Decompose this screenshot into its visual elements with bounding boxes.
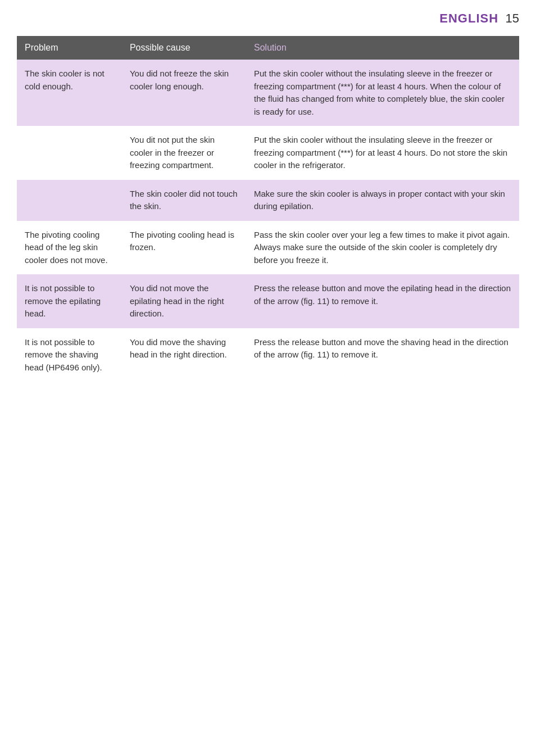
col-cause: Possible cause <box>122 36 246 60</box>
language-label: ENGLISH <box>439 11 498 25</box>
cell-cause: You dit not put the skin cooler in the f… <box>122 126 246 180</box>
table-row: The pivoting cooling head of the leg ski… <box>17 221 519 275</box>
table-row: The skin cooler is not cold enough.You d… <box>17 60 519 126</box>
table-row: The skin cooler did not touch the skin.M… <box>17 180 519 221</box>
cell-cause: You did move the shaving head in the rig… <box>122 328 246 382</box>
cell-problem: It is not possible to remove the epilati… <box>17 274 122 328</box>
cell-cause: You did not move the epilating head in t… <box>122 274 246 328</box>
troubleshooting-table: Problem Possible cause Solution The skin… <box>17 36 519 382</box>
cell-solution: Press the release button and move the ep… <box>246 274 519 328</box>
page-header: ENGLISH 15 <box>17 11 519 26</box>
col-solution: Solution <box>246 36 519 60</box>
cell-solution: Press the release button and move the sh… <box>246 328 519 382</box>
col-problem: Problem <box>17 36 122 60</box>
table-row: It is not possible to remove the epilati… <box>17 274 519 328</box>
cell-solution: Pass the skin cooler over your leg a few… <box>246 221 519 275</box>
cell-problem: It is not possible to remove the shaving… <box>17 328 122 382</box>
cell-cause: The skin cooler did not touch the skin. <box>122 180 246 221</box>
cell-cause: You did not freeze the skin cooler long … <box>122 60 246 126</box>
page-number: 15 <box>506 11 519 25</box>
table-row: You dit not put the skin cooler in the f… <box>17 126 519 180</box>
table-header-row: Problem Possible cause Solution <box>17 36 519 60</box>
cell-problem: The pivoting cooling head of the leg ski… <box>17 221 122 275</box>
cell-solution: Put the skin cooler without the insulati… <box>246 126 519 180</box>
table-row: It is not possible to remove the shaving… <box>17 328 519 382</box>
cell-problem <box>17 126 122 180</box>
cell-cause: The pivoting cooling head is frozen. <box>122 221 246 275</box>
cell-solution: Put the skin cooler without the insulati… <box>246 60 519 126</box>
cell-problem: The skin cooler is not cold enough. <box>17 60 122 126</box>
cell-solution: Make sure the skin cooler is always in p… <box>246 180 519 221</box>
cell-problem <box>17 180 122 221</box>
